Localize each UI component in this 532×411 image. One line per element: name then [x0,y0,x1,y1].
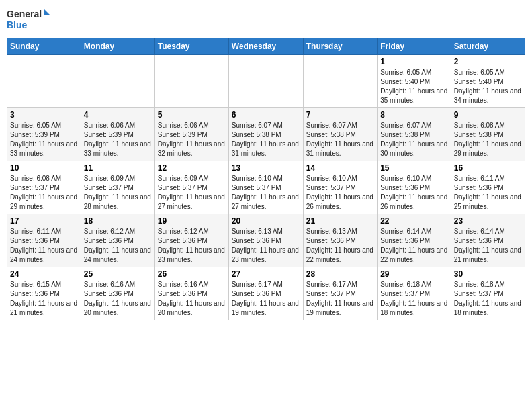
day-info: Sunrise: 6:07 AM Sunset: 5:38 PM Dayligh… [306,121,374,158]
weekday-header: Wednesday [228,38,303,55]
day-number: 13 [232,163,300,173]
calendar-cell: 12Sunrise: 6:09 AM Sunset: 5:37 PM Dayli… [154,161,228,214]
day-number: 2 [454,57,522,66]
calendar-cell [7,55,81,108]
day-info: Sunrise: 6:18 AM Sunset: 5:37 PM Dayligh… [454,280,522,318]
day-info: Sunrise: 6:08 AM Sunset: 5:37 PM Dayligh… [10,174,78,212]
calendar-cell: 20Sunrise: 6:13 AM Sunset: 5:36 PM Dayli… [228,214,303,267]
page-header: GeneralBlue [7,7,525,34]
day-number: 26 [158,269,226,279]
day-number: 23 [454,216,522,226]
day-number: 24 [10,269,78,279]
weekday-header: Tuesday [154,38,228,55]
weekday-header: Monday [81,38,154,55]
day-number: 28 [306,269,374,279]
day-info: Sunrise: 6:11 AM Sunset: 5:36 PM Dayligh… [10,227,78,265]
calendar-cell [303,55,377,108]
day-info: Sunrise: 6:18 AM Sunset: 5:37 PM Dayligh… [380,280,448,318]
day-info: Sunrise: 6:07 AM Sunset: 5:38 PM Dayligh… [232,121,300,158]
day-info: Sunrise: 6:17 AM Sunset: 5:36 PM Dayligh… [232,280,300,318]
day-info: Sunrise: 6:07 AM Sunset: 5:38 PM Dayligh… [380,121,448,158]
calendar-cell: 29Sunrise: 6:18 AM Sunset: 5:37 PM Dayli… [378,267,451,320]
day-info: Sunrise: 6:08 AM Sunset: 5:38 PM Dayligh… [454,121,522,158]
day-number: 19 [158,216,226,226]
day-info: Sunrise: 6:09 AM Sunset: 5:37 PM Dayligh… [84,174,152,212]
day-info: Sunrise: 6:15 AM Sunset: 5:36 PM Dayligh… [10,280,78,318]
day-number: 3 [10,110,78,120]
day-info: Sunrise: 6:12 AM Sunset: 5:36 PM Dayligh… [158,227,226,265]
day-info: Sunrise: 6:16 AM Sunset: 5:36 PM Dayligh… [158,280,226,318]
day-number: 14 [306,163,374,173]
day-number: 29 [380,269,448,279]
day-number: 7 [306,110,374,120]
calendar-cell: 28Sunrise: 6:17 AM Sunset: 5:37 PM Dayli… [303,267,377,320]
day-info: Sunrise: 6:11 AM Sunset: 5:36 PM Dayligh… [454,174,522,212]
day-number: 6 [232,110,300,120]
day-number: 5 [158,110,226,120]
calendar-cell: 27Sunrise: 6:17 AM Sunset: 5:36 PM Dayli… [228,267,303,320]
calendar-cell: 8Sunrise: 6:07 AM Sunset: 5:38 PM Daylig… [378,108,451,161]
calendar-cell: 7Sunrise: 6:07 AM Sunset: 5:38 PM Daylig… [303,108,377,161]
calendar-cell: 23Sunrise: 6:14 AM Sunset: 5:36 PM Dayli… [451,214,525,267]
svg-marker-2 [44,9,50,15]
weekday-header: Thursday [303,38,377,55]
day-number: 27 [232,269,300,279]
day-info: Sunrise: 6:14 AM Sunset: 5:36 PM Dayligh… [380,227,448,265]
calendar-week-row: 3Sunrise: 6:05 AM Sunset: 5:39 PM Daylig… [7,108,525,161]
day-number: 15 [380,163,448,173]
day-info: Sunrise: 6:12 AM Sunset: 5:36 PM Dayligh… [84,227,152,265]
calendar-week-row: 1Sunrise: 6:05 AM Sunset: 5:40 PM Daylig… [7,55,525,108]
day-number: 30 [454,269,522,279]
calendar-week-row: 17Sunrise: 6:11 AM Sunset: 5:36 PM Dayli… [7,214,525,267]
weekday-header: Sunday [7,38,81,55]
day-number: 18 [84,216,152,226]
calendar-cell: 15Sunrise: 6:10 AM Sunset: 5:36 PM Dayli… [378,161,451,214]
day-info: Sunrise: 6:09 AM Sunset: 5:37 PM Dayligh… [158,174,226,212]
day-info: Sunrise: 6:06 AM Sunset: 5:39 PM Dayligh… [84,121,152,158]
calendar-cell: 16Sunrise: 6:11 AM Sunset: 5:36 PM Dayli… [451,161,525,214]
calendar-table: SundayMondayTuesdayWednesdayThursdayFrid… [7,38,525,320]
calendar-cell: 13Sunrise: 6:10 AM Sunset: 5:37 PM Dayli… [228,161,303,214]
calendar-cell: 19Sunrise: 6:12 AM Sunset: 5:36 PM Dayli… [154,214,228,267]
calendar-cell: 25Sunrise: 6:16 AM Sunset: 5:36 PM Dayli… [81,267,154,320]
calendar-cell: 3Sunrise: 6:05 AM Sunset: 5:39 PM Daylig… [7,108,81,161]
day-info: Sunrise: 6:16 AM Sunset: 5:36 PM Dayligh… [84,280,152,318]
calendar-cell: 2Sunrise: 6:05 AM Sunset: 5:40 PM Daylig… [451,55,525,108]
calendar-cell [154,55,228,108]
day-number: 25 [84,269,152,279]
day-info: Sunrise: 6:05 AM Sunset: 5:40 PM Dayligh… [380,68,448,105]
svg-text:Blue: Blue [7,19,28,30]
calendar-cell: 14Sunrise: 6:10 AM Sunset: 5:37 PM Dayli… [303,161,377,214]
weekday-header-row: SundayMondayTuesdayWednesdayThursdayFrid… [7,38,525,55]
weekday-header: Friday [378,38,451,55]
calendar-cell: 10Sunrise: 6:08 AM Sunset: 5:37 PM Dayli… [7,161,81,214]
calendar-cell: 1Sunrise: 6:05 AM Sunset: 5:40 PM Daylig… [378,55,451,108]
day-info: Sunrise: 6:10 AM Sunset: 5:37 PM Dayligh… [232,174,300,212]
svg-text:General: General [7,9,42,19]
calendar-cell: 26Sunrise: 6:16 AM Sunset: 5:36 PM Dayli… [154,267,228,320]
calendar-cell: 18Sunrise: 6:12 AM Sunset: 5:36 PM Dayli… [81,214,154,267]
calendar-cell: 22Sunrise: 6:14 AM Sunset: 5:36 PM Dayli… [378,214,451,267]
calendar-cell: 30Sunrise: 6:18 AM Sunset: 5:37 PM Dayli… [451,267,525,320]
logo: GeneralBlue [7,7,54,34]
day-number: 8 [380,110,448,120]
day-number: 12 [158,163,226,173]
calendar-cell: 4Sunrise: 6:06 AM Sunset: 5:39 PM Daylig… [81,108,154,161]
day-number: 11 [84,163,152,173]
day-number: 21 [306,216,374,226]
day-info: Sunrise: 6:13 AM Sunset: 5:36 PM Dayligh… [232,227,300,265]
calendar-cell: 17Sunrise: 6:11 AM Sunset: 5:36 PM Dayli… [7,214,81,267]
calendar-cell: 6Sunrise: 6:07 AM Sunset: 5:38 PM Daylig… [228,108,303,161]
day-info: Sunrise: 6:14 AM Sunset: 5:36 PM Dayligh… [454,227,522,265]
day-number: 22 [380,216,448,226]
day-number: 9 [454,110,522,120]
calendar-cell: 5Sunrise: 6:06 AM Sunset: 5:39 PM Daylig… [154,108,228,161]
calendar-cell: 11Sunrise: 6:09 AM Sunset: 5:37 PM Dayli… [81,161,154,214]
calendar-week-row: 10Sunrise: 6:08 AM Sunset: 5:37 PM Dayli… [7,161,525,214]
logo-icon: GeneralBlue [7,7,54,34]
day-info: Sunrise: 6:06 AM Sunset: 5:39 PM Dayligh… [158,121,226,158]
calendar-cell [81,55,154,108]
day-number: 1 [380,57,448,66]
day-info: Sunrise: 6:17 AM Sunset: 5:37 PM Dayligh… [306,280,374,318]
day-number: 16 [454,163,522,173]
